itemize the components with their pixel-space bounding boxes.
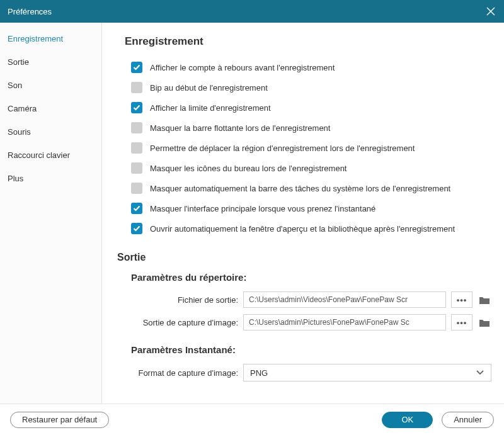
main-panel: Enregistrement Afficher le compte à rebo…: [102, 23, 504, 404]
recording-option-checkbox[interactable]: [131, 203, 142, 214]
directory-row: Sortie de capture d'image:C:\Users\admin…: [131, 314, 491, 330]
window-title: Préférences: [8, 7, 52, 16]
sidebar-item-sortie[interactable]: Sortie: [6, 57, 101, 67]
recording-option-checkbox[interactable]: [131, 102, 142, 113]
ok-button[interactable]: OK: [382, 412, 433, 428]
footer: Restaurer par défaut OK Annuler: [0, 404, 504, 435]
sidebar-item-label: Sortie: [8, 57, 29, 67]
recording-option-checkbox[interactable]: [131, 122, 142, 133]
footer-right-group: OK Annuler: [382, 412, 494, 428]
folder-icon: [479, 295, 490, 305]
sidebar-item-label: Enregistrement: [8, 34, 63, 43]
directory-label: Fichier de sortie:: [131, 295, 238, 305]
sidebar-item-label: Raccourci clavier: [8, 150, 70, 160]
recording-option-row: Masquer la barre flottante lors de l'enr…: [131, 122, 491, 133]
recording-option-label: Afficher la limite d'enregistrement: [150, 103, 271, 113]
recording-option-checkbox[interactable]: [131, 183, 142, 194]
folder-icon: [479, 318, 490, 327]
close-icon: [486, 7, 495, 16]
restore-defaults-label: Restaurer par défaut: [22, 415, 97, 424]
recording-option-label: Afficher le compte à rebours avant l'enr…: [150, 63, 335, 72]
cancel-button[interactable]: Annuler: [442, 412, 494, 428]
recording-option-row: Afficher la limite d'enregistrement: [131, 102, 491, 113]
format-select[interactable]: PNG: [243, 364, 491, 381]
cancel-label: Annuler: [454, 415, 482, 424]
section-heading-enregistrement: Enregistrement: [125, 35, 491, 48]
browse-button[interactable]: •••: [451, 314, 472, 330]
directory-path-input[interactable]: C:\Users\admin\Videos\FonePaw\FonePaw Sc…: [243, 291, 446, 308]
recording-option-checkbox[interactable]: [131, 223, 142, 234]
recording-option-label: Masquer automatiquement la barre des tâc…: [150, 184, 450, 193]
sidebar-item-label: Son: [8, 81, 22, 90]
recording-option-checkbox[interactable]: [131, 162, 142, 174]
titlebar: Préférences: [0, 0, 504, 23]
recording-option-row: Ouvrir automatiquement la fenêtre d'aper…: [131, 223, 491, 234]
subheading-snapshot: Paramètres Instantané:: [131, 344, 491, 355]
sidebar-item-camera[interactable]: Caméra: [6, 104, 101, 113]
check-icon: [133, 64, 140, 71]
recording-option-row: Masquer l'interface principale lorsque v…: [131, 203, 491, 214]
recording-option-checkbox[interactable]: [131, 142, 142, 154]
recording-option-label: Masquer la barre flottante lors de l'enr…: [150, 123, 330, 133]
browse-button[interactable]: •••: [451, 291, 472, 308]
recording-option-label: Ouvrir automatiquement la fenêtre d'aper…: [150, 224, 455, 234]
directory-path-input[interactable]: C:\Users\admin\Pictures\FonePaw\FonePaw …: [243, 314, 446, 330]
directory-label: Sortie de capture d'image:: [131, 318, 238, 327]
open-folder-button[interactable]: [478, 315, 491, 329]
recording-option-row: Masquer les icônes du bureau lors de l'e…: [131, 162, 491, 174]
sidebar-item-souris[interactable]: Souris: [6, 127, 101, 137]
subheading-directory: Paramètres du répertoire:: [131, 272, 491, 283]
sidebar-item-enregistrement[interactable]: Enregistrement: [6, 34, 101, 43]
sidebar-item-raccourci[interactable]: Raccourci clavier: [6, 150, 101, 160]
dialog-body: Enregistrement Sortie Son Caméra Souris …: [0, 23, 504, 404]
sidebar-item-label: Plus: [8, 174, 23, 183]
open-folder-button[interactable]: [478, 293, 491, 307]
sidebar-item-label: Souris: [8, 127, 31, 137]
recording-option-checkbox[interactable]: [131, 62, 142, 73]
recording-option-label: Bip au début de l'enregistrement: [150, 83, 268, 93]
section-heading-sortie: Sortie: [117, 252, 491, 263]
directory-row: Fichier de sortie:C:\Users\admin\Videos\…: [131, 291, 491, 308]
recording-option-row: Bip au début de l'enregistrement: [131, 82, 491, 93]
recording-option-label: Permettre de déplacer la région d'enregi…: [150, 144, 415, 153]
sidebar-item-plus[interactable]: Plus: [6, 174, 101, 183]
chevron-down-icon: [476, 370, 484, 376]
check-icon: [133, 105, 140, 111]
recording-option-checkbox[interactable]: [131, 82, 142, 93]
restore-defaults-button[interactable]: Restaurer par défaut: [10, 412, 109, 428]
recording-option-row: Masquer automatiquement la barre des tâc…: [131, 183, 491, 194]
recording-option-row: Afficher le compte à rebours avant l'enr…: [131, 62, 491, 73]
close-button[interactable]: [485, 6, 496, 17]
format-row: Format de capture d'image: PNG: [131, 364, 491, 381]
ok-label: OK: [401, 415, 413, 424]
sidebar: Enregistrement Sortie Son Caméra Souris …: [0, 23, 102, 404]
recording-option-row: Permettre de déplacer la région d'enregi…: [131, 142, 491, 154]
sidebar-item-label: Caméra: [8, 104, 37, 113]
format-value: PNG: [250, 368, 268, 378]
recording-option-label: Masquer l'interface principale lorsque v…: [150, 204, 375, 213]
check-icon: [133, 205, 140, 212]
sidebar-item-son[interactable]: Son: [6, 81, 101, 90]
check-icon: [133, 225, 140, 232]
format-label: Format de capture d'image:: [131, 368, 238, 378]
recording-option-label: Masquer les icônes du bureau lors de l'e…: [150, 164, 346, 173]
